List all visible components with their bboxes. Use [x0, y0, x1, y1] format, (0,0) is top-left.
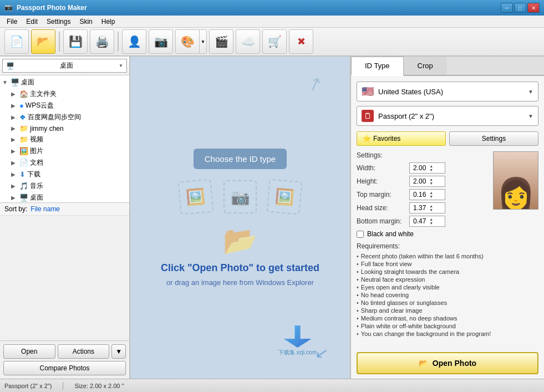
expand-jimmy: ▶ [11, 125, 18, 131]
fav-settings-row: ⭐ Favorites Settings [357, 131, 538, 146]
menubar: File Edit Settings Skin Help [0, 16, 544, 28]
expand-video: ▶ [11, 136, 18, 142]
icon-wps: ● [19, 101, 24, 110]
tree-label-desktop-root: 桌面 [21, 78, 34, 87]
minimize-button[interactable]: ─ [501, 3, 513, 13]
maximize-button[interactable]: □ [514, 3, 526, 13]
toolbar-open-btn[interactable]: 📂 [31, 29, 55, 54]
toolbar-scan-btn[interactable]: 👤 [122, 29, 146, 54]
toolbar-save-btn[interactable]: 💾 [63, 29, 88, 54]
tree-item-desktop-root[interactable]: ▼ 🖥️ 桌面 [0, 77, 129, 88]
expand-home: ▶ [11, 91, 18, 97]
height-spinners[interactable]: ▲▼ [429, 177, 433, 185]
head-size-input[interactable]: 1.37 ▲▼ [409, 202, 445, 213]
label-downloads: 下载 [27, 170, 40, 179]
width-input[interactable]: 2.00 ▲▼ [409, 162, 445, 174]
star-icon: ⭐ [363, 135, 371, 142]
tree-item-pics[interactable]: ▶ 🖼️ 图片 [9, 145, 129, 157]
toolbar-effects-arrow[interactable]: ▼ [199, 29, 207, 54]
country-dropdown-arrow: ▼ [528, 89, 533, 95]
actions-button[interactable]: Actions [58, 344, 110, 359]
sort-filename-link[interactable]: File name [30, 205, 60, 213]
open-photo-button[interactable]: 📂 Open Photo [357, 352, 538, 374]
app-icon: 📷 [4, 3, 13, 12]
icon-video: 📁 [19, 135, 28, 144]
bw-label: Black and white [367, 230, 414, 238]
statusbar: Passport (2" x 2") Size: 2.00 x 2.00 " [0, 379, 544, 392]
folder-dropdown[interactable]: 🖥️ 桌面 ▼ [2, 59, 127, 73]
head-size-label: Head size: [357, 204, 409, 212]
tree-item-downloads[interactable]: ▶ ⬇ 下载 [9, 169, 129, 180]
open-photo-text: Click "Open Photo" to get started [161, 262, 319, 274]
req-item-7: No tinted glasses or sunglasses [357, 299, 538, 307]
compare-photos-button[interactable]: Compare Photos [3, 361, 126, 375]
photo-icons-area: 🖼️ 📷 🖼️ [179, 180, 301, 213]
tree-item-jimmy[interactable]: ▶ 📁 jimmy chen [9, 123, 129, 134]
folder-icon: 🖥️ [6, 62, 14, 70]
tree-item-baidu[interactable]: ▶ ❖ 百度网盘同步空间 [9, 111, 129, 123]
download-arrow-icon [284, 325, 312, 348]
close-button[interactable]: ✕ [527, 3, 540, 13]
bw-checkbox[interactable] [357, 231, 364, 238]
menu-help[interactable]: Help [97, 17, 120, 27]
tree-item-music[interactable]: ▶ 🎵 音乐 [9, 180, 129, 192]
actions-arrow-button[interactable]: ▼ [111, 344, 126, 359]
country-dropdown[interactable]: 🇺🇸 United States (USA) ▼ [357, 82, 538, 101]
bottom-margin-input[interactable]: 0.47 ▲▼ [409, 216, 445, 227]
expand-docs: ▶ [11, 160, 18, 166]
width-spinners[interactable]: ▲▼ [429, 164, 433, 172]
req-item-1: Recent photo (taken within the last 6 mo… [357, 252, 538, 260]
menu-file[interactable]: File [2, 17, 22, 27]
icon-home: 🏠 [19, 90, 28, 98]
bottom-margin-spinners[interactable]: ▲▼ [429, 217, 433, 225]
tree-item-docs[interactable]: ▶ 📄 文档 [9, 157, 129, 169]
menu-settings[interactable]: Settings [42, 17, 75, 27]
passport-icon: 🗒 [362, 110, 374, 122]
requirements-list: Recent photo (taken within the last 6 mo… [357, 252, 538, 338]
top-margin-input[interactable]: 0.16 ▲▼ [409, 189, 445, 200]
bottom-margin-label: Bottom margin: [357, 217, 409, 225]
toolbar-print-btn[interactable]: 🖨️ [90, 29, 114, 54]
passport-dropdown[interactable]: 🗒 Passport (2" x 2") ▼ [357, 106, 538, 126]
toolbar-sep1 [59, 32, 60, 52]
toolbar-effects-btn[interactable]: 🎨 [175, 29, 200, 54]
label-jimmy: jimmy chen [30, 125, 64, 133]
preview-person-icon: 👩 [497, 179, 535, 209]
favorites-label: Favorites [373, 135, 400, 142]
tree-item-wps[interactable]: ▶ ● WPS云盘 [9, 100, 129, 111]
height-input[interactable]: 2.00 ▲▼ [409, 176, 445, 187]
toolbar-new-btn[interactable]: 📄 [4, 29, 29, 54]
tab-id-type[interactable]: ID Type [351, 57, 404, 76]
head-size-spinners[interactable]: ▲▼ [429, 204, 433, 212]
toolbar-close-btn[interactable]: ✖ [289, 29, 313, 54]
req-item-4: Neutral face expression [357, 276, 538, 283]
tree-item-desktop2[interactable]: ▶ 🖥️ 桌面 [9, 192, 129, 203]
tab-content: 🇺🇸 United States (USA) ▼ 🗒 Passport (2" … [351, 76, 544, 348]
toolbar-video-btn[interactable]: 🎬 [209, 29, 233, 54]
settings-button[interactable]: Settings [449, 131, 538, 146]
tree-item-video[interactable]: ▶ 📁 视频 [9, 134, 129, 145]
toolbar-order-btn[interactable]: 🛒 [262, 29, 287, 54]
tree-expand-desktop: ▼ [2, 79, 9, 85]
icon-jimmy: 📁 [19, 124, 28, 133]
photo-icon-3: 🖼️ [266, 179, 302, 215]
requirements-title: Requirements: [357, 242, 538, 250]
top-arrow-decoration: ↗ [304, 72, 325, 96]
tree-item-home[interactable]: ▶ 🏠 主文件夹 [9, 88, 129, 100]
menu-edit[interactable]: Edit [22, 17, 42, 27]
icon-music: 🎵 [19, 182, 28, 190]
req-item-8: Sharp and clear image [357, 307, 538, 314]
favorites-button[interactable]: ⭐ Favorites [357, 131, 446, 146]
statusbar-separator [63, 382, 63, 390]
window-title: Passport Photo Maker [17, 4, 501, 12]
tab-crop[interactable]: Crop [404, 57, 447, 75]
label-pics: 图片 [30, 146, 43, 156]
label-video: 视频 [30, 135, 43, 144]
choose-id-label: Choose the ID type [194, 149, 287, 169]
toolbar-camera-btn[interactable]: 📷 [149, 29, 173, 54]
open-button[interactable]: Open [3, 344, 55, 359]
top-margin-spinners[interactable]: ▲▼ [429, 191, 433, 198]
toolbar-upload-btn[interactable]: ☁️ [236, 29, 260, 54]
menu-skin[interactable]: Skin [75, 17, 96, 27]
folder-big-icon: 📂 [223, 225, 257, 257]
